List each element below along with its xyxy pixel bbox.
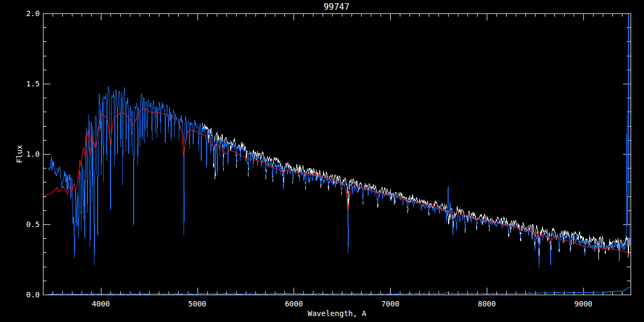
x-axis-label: Wavelength, A: [308, 309, 367, 318]
y-tick-label: 0.5: [26, 220, 40, 229]
y-tick-label: 2.0: [26, 9, 40, 18]
x-tick-label: 9000: [574, 299, 592, 308]
y-tick-label: 1.5: [26, 79, 40, 88]
spectrum-figure: 99747 Wavelength, A Flux 400050006000700…: [0, 0, 644, 322]
x-tick-label: 7000: [381, 299, 399, 308]
template-spectrum: [202, 123, 630, 260]
x-tick-label: 6000: [285, 299, 303, 308]
x-tick-label: 8000: [478, 299, 496, 308]
y-tick-label: 0.0: [26, 290, 40, 299]
spectrum-series: [43, 13, 631, 295]
spectrum-chart: 99747 Wavelength, A Flux 400050006000700…: [0, 0, 644, 322]
plot-frame: [43, 14, 631, 295]
x-tick-label: 5000: [188, 299, 207, 308]
noise-floor: [48, 287, 630, 294]
x-tick-label: 4000: [92, 299, 110, 308]
y-axis-label: Flux: [15, 145, 24, 163]
y-tick-label: 1.0: [26, 150, 40, 158]
axis-ticks: [43, 13, 631, 295]
chart-title: 99747: [324, 2, 349, 12]
